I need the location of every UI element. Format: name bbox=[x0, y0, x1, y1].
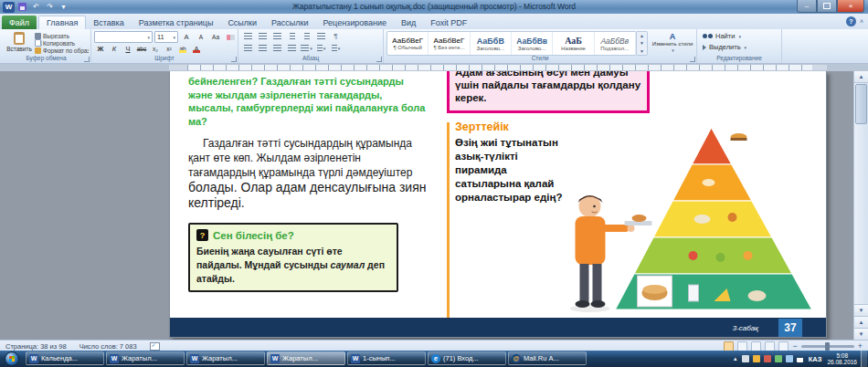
style-title[interactable]: АаБ Название bbox=[553, 32, 594, 55]
tab-page-layout[interactable]: Разметка страницы bbox=[132, 16, 221, 29]
draft-view-icon[interactable] bbox=[778, 341, 789, 351]
align-center-button[interactable] bbox=[257, 43, 269, 53]
grow-font-button[interactable]: А bbox=[180, 31, 193, 43]
highlight-color-button[interactable]: ab bbox=[176, 43, 189, 55]
taskbar-item-browser[interactable]: e(71) Вход... bbox=[428, 351, 506, 365]
save-button[interactable] bbox=[16, 2, 28, 13]
vertical-scrollbar[interactable]: ▲ ▼ ▲ ▼ bbox=[853, 71, 868, 340]
sort-button[interactable] bbox=[315, 31, 327, 41]
close-button[interactable]: × bbox=[837, 0, 864, 13]
dialog-launcher-icon[interactable] bbox=[690, 57, 695, 62]
underline-button[interactable]: Ч bbox=[122, 43, 134, 55]
numbering-button[interactable] bbox=[257, 31, 269, 41]
select-button[interactable]: Выделить▾ bbox=[703, 43, 746, 51]
volume-icon[interactable] bbox=[786, 355, 793, 362]
font-name-select[interactable]: ▾ bbox=[94, 31, 153, 43]
redo-button[interactable]: ↷ bbox=[44, 2, 56, 13]
network-icon[interactable] bbox=[797, 355, 803, 362]
scrollbar-thumb[interactable] bbox=[855, 84, 867, 124]
superscript-button[interactable]: x² bbox=[163, 43, 175, 55]
tab-foxit-pdf[interactable]: Foxit PDF bbox=[423, 16, 474, 29]
style-normal[interactable]: АаБбВеГ ¶ Обычный bbox=[387, 32, 429, 55]
taskbar-item-zharatyl-1[interactable]: WЖаратыл... bbox=[106, 351, 185, 365]
taskbar-clock[interactable]: 5:08 26.08.2016 bbox=[827, 352, 857, 365]
change-styles-button[interactable]: А Изменить стили ▾ bbox=[651, 31, 693, 54]
tab-file[interactable]: Файл bbox=[2, 16, 37, 29]
print-layout-view-icon[interactable] bbox=[724, 341, 734, 351]
web-layout-view-icon[interactable] bbox=[751, 341, 761, 351]
change-case-button[interactable]: Аа bbox=[209, 31, 222, 43]
multilevel-list-button[interactable] bbox=[271, 31, 283, 41]
tab-references[interactable]: Ссылки bbox=[220, 16, 264, 29]
word-count[interactable]: Число слов: 7 083 bbox=[79, 342, 137, 351]
outline-view-icon[interactable] bbox=[765, 341, 775, 351]
minimize-ribbon-icon[interactable]: ˄ bbox=[860, 18, 863, 25]
horizontal-ruler[interactable] bbox=[0, 64, 868, 71]
zoom-slider[interactable] bbox=[801, 345, 854, 348]
font-size-select[interactable]: 11▾ bbox=[154, 31, 178, 43]
taskbar-item-mailru[interactable]: @Mail.Ru А... bbox=[508, 351, 587, 365]
copy-button[interactable]: Копировать bbox=[35, 39, 89, 47]
borders-button[interactable]: ▾ bbox=[330, 43, 342, 53]
zoom-slider-thumb[interactable] bbox=[825, 342, 830, 351]
word-logo-icon[interactable]: W bbox=[3, 2, 15, 13]
align-right-button[interactable] bbox=[271, 43, 283, 53]
font-color-button[interactable]: А bbox=[190, 43, 203, 55]
tab-home[interactable]: Главная bbox=[38, 16, 86, 29]
format-painter-button[interactable]: Формат по образцу bbox=[35, 47, 89, 54]
align-left-button[interactable] bbox=[242, 43, 254, 53]
style-no-spacing[interactable]: АаБбВеГ ¶ Без инте... bbox=[429, 32, 470, 55]
gallery-down-icon[interactable]: ▼ bbox=[637, 39, 647, 47]
fullscreen-view-icon[interactable] bbox=[737, 341, 747, 351]
paste-button[interactable]: Вставить bbox=[5, 31, 34, 56]
minimize-button[interactable]: – bbox=[797, 0, 817, 13]
tray-app-icon[interactable] bbox=[742, 355, 749, 362]
dialog-launcher-icon[interactable] bbox=[231, 57, 237, 62]
tray-update-icon[interactable] bbox=[753, 355, 760, 362]
show-marks-button[interactable]: ¶ bbox=[330, 31, 342, 41]
help-icon[interactable]: ? bbox=[846, 16, 856, 26]
find-button[interactable]: Найти▾ bbox=[703, 32, 741, 40]
undo-button[interactable]: ↶ bbox=[30, 2, 42, 13]
shading-button[interactable]: ▾ bbox=[315, 43, 327, 53]
style-subtitle[interactable]: АаБбВв Подзагол... bbox=[595, 32, 636, 55]
dialog-launcher-icon[interactable] bbox=[84, 57, 90, 62]
tray-antivirus-icon[interactable] bbox=[764, 355, 771, 362]
show-hidden-icons-icon[interactable]: ▲ bbox=[733, 356, 738, 362]
taskbar-item-zharatyl-3[interactable]: WЖаратыл... bbox=[267, 351, 345, 365]
strikethrough-button[interactable]: abc bbox=[135, 43, 148, 55]
italic-button[interactable]: К bbox=[108, 43, 121, 55]
previous-page-icon[interactable]: ▲ bbox=[854, 316, 868, 328]
scroll-up-icon[interactable]: ▲ bbox=[854, 71, 868, 83]
language-indicator[interactable]: КАЗ bbox=[807, 355, 824, 363]
document-page[interactable]: бейнеленген? Газдалған тәтті сусындарды … bbox=[169, 71, 827, 338]
spellcheck-icon[interactable] bbox=[150, 342, 160, 351]
style-heading1[interactable]: АаБбВ Заголово... bbox=[471, 32, 512, 55]
gallery-up-icon[interactable]: ▲ bbox=[637, 32, 647, 39]
qat-dropdown-icon[interactable]: ▾ bbox=[58, 2, 69, 13]
next-page-icon[interactable]: ▼ bbox=[854, 328, 868, 340]
show-desktop-button[interactable] bbox=[861, 351, 867, 367]
tray-app2-icon[interactable] bbox=[775, 355, 782, 362]
taskbar-item-kalenda[interactable]: WКальенда... bbox=[26, 351, 104, 365]
scroll-down-icon[interactable]: ▼ bbox=[854, 304, 868, 316]
start-button[interactable] bbox=[5, 351, 19, 366]
decrease-indent-button[interactable] bbox=[286, 31, 298, 41]
style-heading2[interactable]: АаБбВв Заголово... bbox=[512, 32, 553, 55]
taskbar-item-1-synyp[interactable]: W1-сынып... bbox=[347, 351, 426, 365]
bold-button[interactable]: Ж bbox=[94, 43, 107, 55]
page-indicator[interactable]: Страница: 38 из 98 bbox=[5, 342, 67, 351]
cut-button[interactable]: Вырезать bbox=[35, 32, 89, 39]
subscript-button[interactable]: x₂ bbox=[149, 43, 162, 55]
dialog-launcher-icon[interactable] bbox=[376, 57, 382, 62]
taskbar-item-zharatyl-2[interactable]: WЖаратыл... bbox=[186, 351, 265, 365]
increase-indent-button[interactable] bbox=[301, 31, 312, 41]
tab-mailings[interactable]: Рассылки bbox=[264, 16, 315, 29]
clear-formatting-button[interactable] bbox=[224, 31, 237, 43]
bullets-button[interactable] bbox=[242, 31, 254, 41]
tab-review[interactable]: Рецензирование bbox=[315, 16, 394, 29]
tab-insert[interactable]: Вставка bbox=[86, 16, 131, 29]
restore-button[interactable] bbox=[817, 0, 837, 13]
gallery-more-icon[interactable]: ▼ bbox=[637, 47, 647, 55]
justify-button[interactable] bbox=[286, 43, 298, 53]
